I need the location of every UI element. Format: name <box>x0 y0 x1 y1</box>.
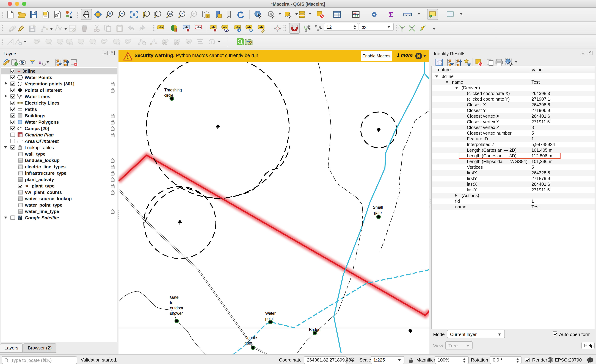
svg-text:i: i <box>507 59 508 63</box>
svg-text:a: a <box>69 14 72 18</box>
svg-text:abc: abc <box>247 25 253 29</box>
svg-text:1:1: 1:1 <box>169 12 172 15</box>
svg-text:ab: ab <box>211 25 215 29</box>
svg-text:Σ: Σ <box>388 10 394 19</box>
svg-text:abc: abc <box>259 25 264 29</box>
svg-text:abc: abc <box>196 25 201 29</box>
svg-text:abc: abc <box>235 25 240 29</box>
svg-text:abc: abc <box>223 25 228 29</box>
svg-text:ε: ε <box>39 58 41 65</box>
svg-text:i: i <box>256 12 258 16</box>
svg-text:T: T <box>449 12 451 17</box>
svg-text:ab: ab <box>184 25 188 29</box>
svg-text:abc: abc <box>159 25 164 29</box>
